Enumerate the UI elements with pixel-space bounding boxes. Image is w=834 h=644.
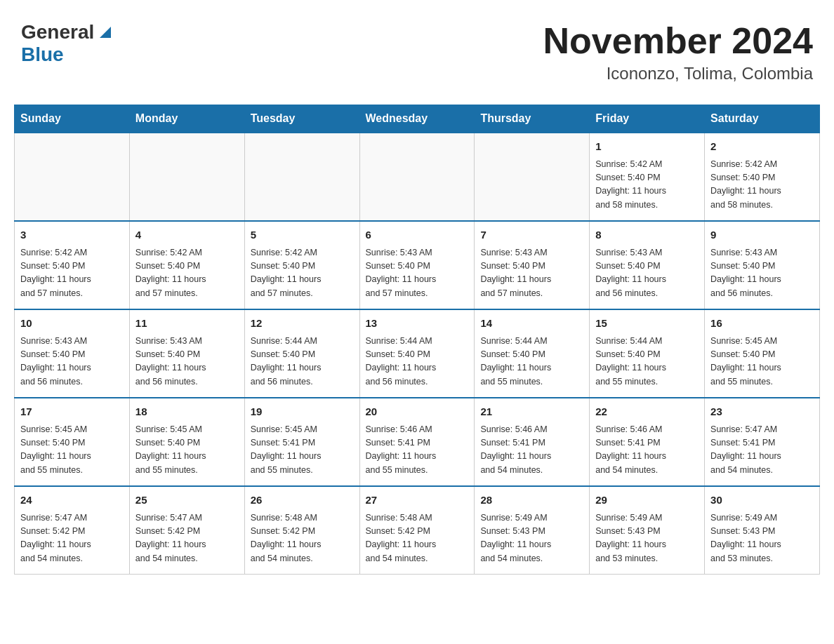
day-info: Sunrise: 5:43 AMSunset: 5:40 PMDaylight:…: [710, 246, 814, 301]
calendar-day-cell: [244, 133, 359, 221]
calendar-day-cell: [129, 133, 244, 221]
calendar-day-cell: 3Sunrise: 5:42 AMSunset: 5:40 PMDaylight…: [15, 221, 130, 309]
day-info: Sunrise: 5:44 AMSunset: 5:40 PMDaylight:…: [595, 335, 699, 389]
day-info: Sunrise: 5:48 AMSunset: 5:42 PMDaylight:…: [366, 511, 469, 566]
calendar-day-cell: 4Sunrise: 5:42 AMSunset: 5:40 PMDaylight…: [129, 221, 244, 309]
day-info: Sunrise: 5:47 AMSunset: 5:42 PMDaylight:…: [20, 511, 124, 566]
day-info: Sunrise: 5:49 AMSunset: 5:43 PMDaylight:…: [710, 511, 814, 566]
calendar-day-cell: 2Sunrise: 5:42 AMSunset: 5:40 PMDaylight…: [705, 133, 820, 221]
day-number: 25: [135, 492, 239, 509]
day-info: Sunrise: 5:47 AMSunset: 5:42 PMDaylight:…: [135, 511, 239, 566]
calendar-day-cell: 15Sunrise: 5:44 AMSunset: 5:40 PMDayligh…: [590, 309, 705, 398]
calendar-day-cell: 6Sunrise: 5:43 AMSunset: 5:40 PMDaylight…: [359, 221, 475, 309]
calendar-week-row: 10Sunrise: 5:43 AMSunset: 5:40 PMDayligh…: [15, 309, 820, 398]
day-number: 21: [480, 404, 583, 420]
day-number: 14: [480, 316, 583, 332]
day-info: Sunrise: 5:43 AMSunset: 5:40 PMDaylight:…: [595, 246, 699, 301]
day-info: Sunrise: 5:44 AMSunset: 5:40 PMDaylight:…: [366, 335, 469, 389]
calendar-day-cell: 19Sunrise: 5:45 AMSunset: 5:41 PMDayligh…: [244, 398, 359, 486]
day-info: Sunrise: 5:43 AMSunset: 5:40 PMDaylight:…: [135, 335, 239, 389]
weekday-header-saturday: Saturday: [705, 105, 820, 133]
svg-marker-0: [100, 27, 111, 38]
day-number: 7: [480, 227, 583, 243]
logo: General Blue: [21, 21, 111, 66]
calendar-subtitle: Icononzo, Tolima, Colombia: [543, 64, 813, 83]
day-number: 17: [20, 404, 124, 420]
calendar-day-cell: 28Sunrise: 5:49 AMSunset: 5:43 PMDayligh…: [475, 486, 590, 575]
day-info: Sunrise: 5:45 AMSunset: 5:40 PMDaylight:…: [135, 423, 239, 478]
calendar-day-cell: 23Sunrise: 5:47 AMSunset: 5:41 PMDayligh…: [705, 398, 820, 486]
weekday-header-row: SundayMondayTuesdayWednesdayThursdayFrid…: [15, 105, 820, 133]
calendar-day-cell: 18Sunrise: 5:45 AMSunset: 5:40 PMDayligh…: [129, 398, 244, 486]
page-header: General Blue November 2024 Icononzo, Tol…: [14, 14, 820, 90]
day-number: 24: [20, 492, 124, 509]
calendar-day-cell: 20Sunrise: 5:46 AMSunset: 5:41 PMDayligh…: [359, 398, 475, 486]
calendar-day-cell: 27Sunrise: 5:48 AMSunset: 5:42 PMDayligh…: [359, 486, 475, 575]
day-info: Sunrise: 5:45 AMSunset: 5:40 PMDaylight:…: [710, 335, 814, 389]
day-info: Sunrise: 5:45 AMSunset: 5:41 PMDaylight:…: [251, 423, 354, 478]
day-number: 9: [710, 227, 814, 243]
logo-triangle-icon: [95, 25, 111, 41]
calendar-week-row: 17Sunrise: 5:45 AMSunset: 5:40 PMDayligh…: [15, 398, 820, 486]
day-number: 6: [366, 227, 469, 243]
calendar-day-cell: 17Sunrise: 5:45 AMSunset: 5:40 PMDayligh…: [15, 398, 130, 486]
logo-general-text: General: [21, 21, 94, 43]
calendar-day-cell: 1Sunrise: 5:42 AMSunset: 5:40 PMDaylight…: [590, 133, 705, 221]
weekday-header-thursday: Thursday: [475, 105, 590, 133]
day-info: Sunrise: 5:44 AMSunset: 5:40 PMDaylight:…: [480, 335, 583, 389]
day-info: Sunrise: 5:42 AMSunset: 5:40 PMDaylight:…: [20, 246, 124, 301]
weekday-header-friday: Friday: [590, 105, 705, 133]
day-number: 26: [251, 492, 354, 509]
day-number: 23: [710, 404, 814, 420]
day-info: Sunrise: 5:46 AMSunset: 5:41 PMDaylight:…: [366, 423, 469, 478]
day-number: 20: [366, 404, 469, 420]
calendar-day-cell: 24Sunrise: 5:47 AMSunset: 5:42 PMDayligh…: [15, 486, 130, 575]
calendar-table: SundayMondayTuesdayWednesdayThursdayFrid…: [14, 105, 820, 575]
day-number: 8: [595, 227, 699, 243]
day-number: 11: [135, 316, 239, 332]
weekday-header-monday: Monday: [129, 105, 244, 133]
calendar-week-row: 24Sunrise: 5:47 AMSunset: 5:42 PMDayligh…: [15, 486, 820, 575]
day-number: 13: [366, 316, 469, 332]
day-info: Sunrise: 5:49 AMSunset: 5:43 PMDaylight:…: [595, 511, 699, 566]
calendar-week-row: 3Sunrise: 5:42 AMSunset: 5:40 PMDaylight…: [15, 221, 820, 309]
day-info: Sunrise: 5:44 AMSunset: 5:40 PMDaylight:…: [251, 335, 354, 389]
day-number: 27: [366, 492, 469, 509]
day-number: 10: [20, 316, 124, 332]
day-number: 19: [251, 404, 354, 420]
calendar-day-cell: 30Sunrise: 5:49 AMSunset: 5:43 PMDayligh…: [705, 486, 820, 575]
calendar-day-cell: 25Sunrise: 5:47 AMSunset: 5:42 PMDayligh…: [129, 486, 244, 575]
calendar-day-cell: 10Sunrise: 5:43 AMSunset: 5:40 PMDayligh…: [15, 309, 130, 398]
calendar-week-row: 1Sunrise: 5:42 AMSunset: 5:40 PMDaylight…: [15, 133, 820, 221]
day-info: Sunrise: 5:42 AMSunset: 5:40 PMDaylight:…: [710, 158, 814, 213]
calendar-day-cell: 16Sunrise: 5:45 AMSunset: 5:40 PMDayligh…: [705, 309, 820, 398]
day-info: Sunrise: 5:43 AMSunset: 5:40 PMDaylight:…: [480, 246, 583, 301]
calendar-day-cell: 13Sunrise: 5:44 AMSunset: 5:40 PMDayligh…: [359, 309, 475, 398]
calendar-day-cell: 22Sunrise: 5:46 AMSunset: 5:41 PMDayligh…: [590, 398, 705, 486]
day-info: Sunrise: 5:42 AMSunset: 5:40 PMDaylight:…: [251, 246, 354, 301]
day-number: 30: [710, 492, 814, 509]
day-info: Sunrise: 5:46 AMSunset: 5:41 PMDaylight:…: [595, 423, 699, 478]
day-info: Sunrise: 5:45 AMSunset: 5:40 PMDaylight:…: [20, 423, 124, 478]
day-info: Sunrise: 5:42 AMSunset: 5:40 PMDaylight:…: [135, 246, 239, 301]
calendar-title: November 2024: [543, 21, 813, 61]
calendar-day-cell: 9Sunrise: 5:43 AMSunset: 5:40 PMDaylight…: [705, 221, 820, 309]
calendar-day-cell: 26Sunrise: 5:48 AMSunset: 5:42 PMDayligh…: [244, 486, 359, 575]
weekday-header-sunday: Sunday: [15, 105, 130, 133]
calendar-day-cell: 14Sunrise: 5:44 AMSunset: 5:40 PMDayligh…: [475, 309, 590, 398]
day-number: 2: [710, 139, 814, 155]
day-number: 22: [595, 404, 699, 420]
calendar-day-cell: 12Sunrise: 5:44 AMSunset: 5:40 PMDayligh…: [244, 309, 359, 398]
day-number: 15: [595, 316, 699, 332]
calendar-day-cell: [15, 133, 130, 221]
day-info: Sunrise: 5:49 AMSunset: 5:43 PMDaylight:…: [480, 511, 583, 566]
day-number: 16: [710, 316, 814, 332]
weekday-header-tuesday: Tuesday: [244, 105, 359, 133]
title-block: November 2024 Icononzo, Tolima, Colombia: [543, 21, 813, 83]
day-number: 5: [251, 227, 354, 243]
calendar-day-cell: 7Sunrise: 5:43 AMSunset: 5:40 PMDaylight…: [475, 221, 590, 309]
calendar-day-cell: [475, 133, 590, 221]
day-info: Sunrise: 5:43 AMSunset: 5:40 PMDaylight:…: [366, 246, 469, 301]
calendar-day-cell: 5Sunrise: 5:42 AMSunset: 5:40 PMDaylight…: [244, 221, 359, 309]
day-number: 3: [20, 227, 124, 243]
